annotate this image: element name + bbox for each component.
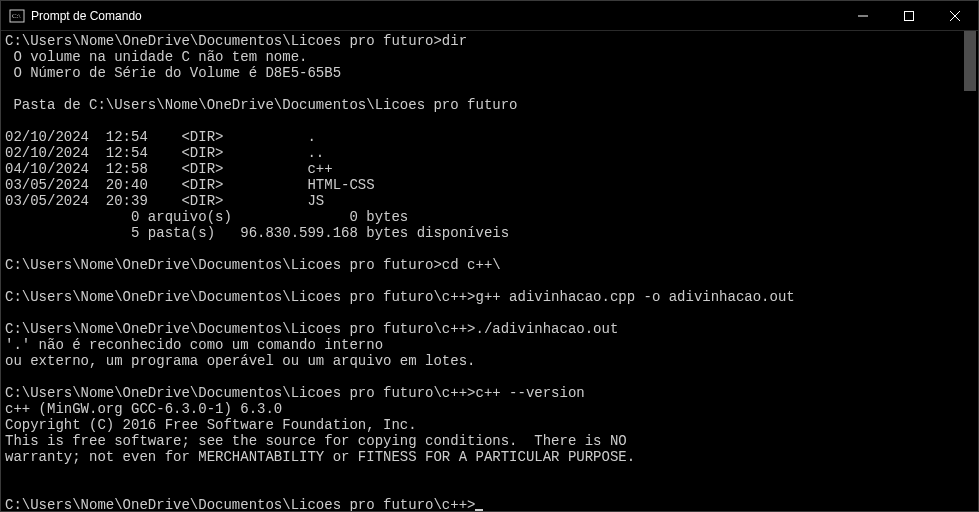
close-button[interactable] xyxy=(932,1,978,31)
titlebar[interactable]: C:\ Prompt de Comando xyxy=(1,1,978,31)
window-title: Prompt de Comando xyxy=(31,9,142,23)
maximize-button[interactable] xyxy=(886,1,932,31)
terminal-output[interactable]: C:\Users\Nome\OneDrive\Documentos\Licoes… xyxy=(1,31,978,511)
minimize-button[interactable] xyxy=(840,1,886,31)
command-prompt-window: C:\ Prompt de Comando C:\Users\Nome\OneD… xyxy=(0,0,979,512)
svg-rect-3 xyxy=(905,11,914,20)
cursor xyxy=(475,509,483,511)
scrollbar-thumb[interactable] xyxy=(964,31,976,91)
terminal-area: C:\Users\Nome\OneDrive\Documentos\Licoes… xyxy=(1,31,978,511)
cmd-icon: C:\ xyxy=(9,8,25,24)
scrollbar[interactable] xyxy=(962,31,978,511)
svg-text:C:\: C:\ xyxy=(12,12,21,20)
